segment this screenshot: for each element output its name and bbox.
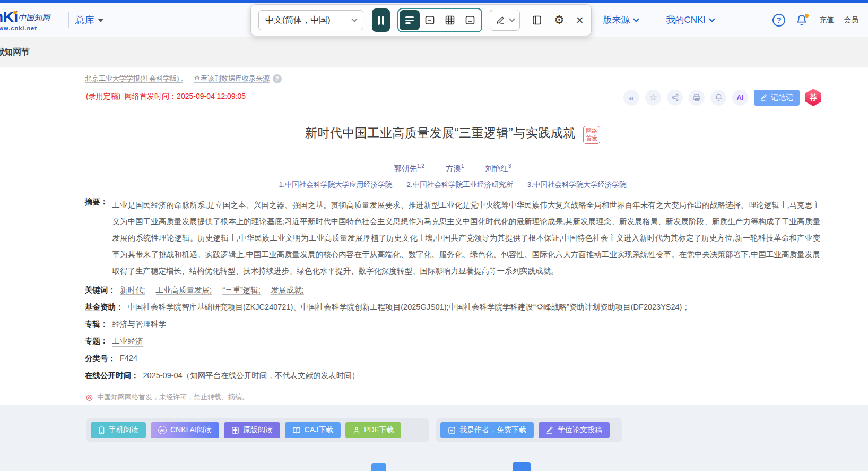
recharge-link[interactable]: 充值 (819, 15, 834, 25)
author-link[interactable]: 郭朝先1,2 (394, 164, 424, 173)
bell-icon (715, 93, 723, 101)
download-box-icon (448, 426, 456, 434)
logo-dot (13, 11, 17, 14)
abstract-row: 摘要： 工业是国民经济的命脉所系,是立国之本、兴国之器、强国之基。贯彻高质量发展… (85, 197, 820, 279)
cutoff-element (513, 462, 531, 471)
ai-button[interactable]: AI (732, 90, 748, 106)
nav-my-cnki[interactable]: 我的CNKI (666, 14, 714, 26)
star-icon: ☆ (649, 92, 657, 103)
chevron-down-icon (509, 16, 515, 22)
gear-icon[interactable]: ⚙ (554, 14, 565, 26)
browser-reading-toolbar: 中文(简体，中国) ⚙ × (250, 4, 592, 36)
reader-window-icon[interactable] (532, 15, 542, 25)
copyright-notice: ◎ 中国知网网络首发，未经许可，禁止转载、摘编。 (85, 388, 341, 407)
nav-source-label: 版来源 (603, 14, 630, 26)
publish-status-line: (录用定稿) 网络首发时间：2025-09-04 12:09:05 (86, 92, 246, 101)
fund-label: 基金资助： (85, 302, 124, 312)
pen-tools-dropdown[interactable] (490, 10, 520, 31)
close-icon[interactable]: × (576, 14, 584, 27)
author-link[interactable]: 刘艳红3 (485, 164, 511, 173)
badge-line1: 网络 (586, 127, 597, 134)
pause-button[interactable] (372, 8, 390, 32)
view-source-link[interactable]: 查看该刊数据库收录来源 (194, 74, 270, 83)
take-notes-button[interactable]: 记笔记 (754, 90, 800, 106)
thesis-submit-button[interactable]: 学位论文投稿 (539, 422, 610, 438)
share-button[interactable] (667, 90, 683, 106)
topic-link[interactable]: 工业经济 (112, 336, 143, 347)
nav-database-label: 总库 (75, 14, 94, 27)
fund-text: 中国社会科学院智库基础研究项目(ZKJC240721)、中国社会科学院创新工程项… (128, 302, 690, 312)
caj-download-button[interactable]: CAJ下载 (285, 422, 341, 438)
journal-link[interactable]: 北京工业大学学报(社会科学版) . (85, 74, 183, 83)
nav-publication-source[interactable]: 版来源 (603, 14, 638, 26)
box-bottom-bar-icon (465, 15, 475, 25)
language-select[interactable]: 中文(简体，中国) (258, 10, 363, 30)
pdf-download-button[interactable]: PDF下载 (345, 422, 401, 438)
document-icon (231, 426, 239, 434)
page-title: 新时代中国工业高质量发展“三重逻辑”与实践成就 (305, 126, 576, 140)
accept-status: (录用定稿) (86, 92, 120, 100)
split-top-view-button[interactable] (420, 10, 440, 30)
topic-label: 专题： (85, 336, 108, 347)
help-icon[interactable]: ? (772, 14, 785, 27)
logo-url-text: www.cnki.net (0, 25, 65, 31)
print-button[interactable] (689, 90, 705, 106)
affiliations[interactable]: 1.中国社会科学院大学应用经济学院 2.中国社会科学院工业经济研究所 3.中国社… (85, 180, 820, 190)
cnki-logo[interactable]: nKi 中国知网 www.cnki.net (0, 9, 65, 31)
phone-icon (98, 426, 105, 434)
download-person-icon (353, 426, 360, 434)
grid-icon (445, 15, 455, 25)
grid-view-button[interactable] (440, 10, 460, 30)
take-notes-label: 记笔记 (771, 93, 793, 102)
online-time-value: 2025-09-04（知网平台在线公开时间，不代表文献的发表时间） (143, 371, 360, 381)
keyword-link[interactable]: 新时代; (120, 286, 145, 295)
box-minus-icon (424, 15, 435, 25)
align-lines-icon (405, 16, 414, 24)
author-link[interactable]: 方澳1 (446, 164, 464, 173)
recommend-badge[interactable]: 荐 (805, 89, 821, 106)
authors-row: 郭朝先1,2 方澳1 刘艳红3 (85, 163, 820, 174)
topic-row: 专题： 工业经济 (85, 336, 820, 347)
footer-area: 手机阅读 AI CNKI AI阅读 原版阅读 CAJ下载 PDF下载 我是作者，… (0, 405, 868, 471)
split-bottom-view-button[interactable] (460, 10, 480, 30)
alert-button[interactable] (710, 90, 726, 106)
first-publish-time: 网络首发时间：2025-09-04 12:09:05 (125, 92, 246, 100)
chevron-down-icon (709, 16, 715, 22)
cutoff-element (371, 463, 386, 471)
author-free-download-button[interactable]: 我是作者，免费下载 (440, 422, 534, 438)
abstract-label: 摘要： (85, 197, 108, 279)
cnki-ai-read-button[interactable]: AI CNKI AI阅读 (151, 422, 219, 438)
caret-down-icon (98, 19, 103, 22)
pen-icon (496, 15, 505, 25)
view-options-group (397, 8, 482, 32)
abstract-text: 工业是国民经济的命脉所系,是立国之本、兴国之器、强国之基。贯彻高质量发展要求、推… (112, 197, 821, 279)
favorite-button[interactable]: ☆ (645, 90, 661, 106)
keyword-link[interactable]: 工业高质量发展; (156, 286, 212, 295)
logo-cn-text: 中国知网 (18, 14, 50, 22)
nav-database-selector[interactable]: 总库 (75, 14, 103, 27)
book-icon (292, 426, 301, 434)
notification-bell-icon[interactable] (796, 14, 808, 26)
fund-row: 基金资助： 中国社会科学院智库基础研究项目(ZKJC240721)、中国社会科学… (85, 302, 820, 312)
clc-label: 分类号： (85, 354, 116, 364)
article-actions: “ ☆ AI 记笔记 荐 (623, 89, 821, 106)
keyword-link[interactable]: “三重”逻辑; (222, 286, 261, 295)
text-lines-view-button[interactable] (400, 10, 420, 30)
pen-icon (760, 94, 768, 101)
first-publish-badge: 网络 首发 (583, 126, 600, 144)
online-time-row: 在线公开时间： 2025-09-04（知网平台在线公开时间，不代表文献的发表时间… (85, 371, 820, 381)
author-submit-tray: 我是作者，免费下载 学位论文投稿 (436, 418, 622, 442)
album-label: 专辑： (85, 319, 108, 329)
breadcrumb: 献知网节 (0, 47, 30, 58)
clc-value: F424 (120, 354, 137, 364)
original-read-button[interactable]: 原版阅读 (224, 422, 280, 438)
cite-button[interactable]: “ (623, 90, 639, 106)
question-icon[interactable]: ? (273, 74, 282, 83)
pen-submit-icon (546, 426, 554, 434)
chevron-down-icon (351, 16, 357, 22)
member-link[interactable]: 会员 (844, 15, 858, 25)
page-band: 献知网节 (0, 37, 868, 67)
mobile-read-button[interactable]: 手机阅读 (91, 422, 146, 438)
keyword-link[interactable]: 发展成就; (271, 286, 304, 295)
keywords-row: 关键词： 新时代; 工业高质量发展; “三重”逻辑; 发展成就; (85, 285, 820, 295)
